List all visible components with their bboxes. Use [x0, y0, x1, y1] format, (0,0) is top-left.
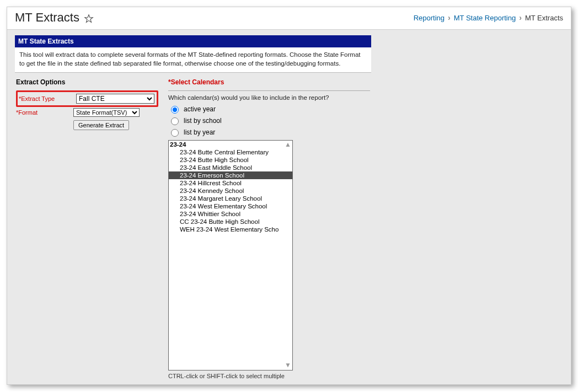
scroll-down-icon[interactable]: ▼ [284, 362, 292, 369]
extract-type-select[interactable]: Fall CTE [76, 94, 154, 104]
radio-list-by-school-label: list by school [184, 117, 222, 125]
list-item[interactable]: WEH 23-24 West Elementary Scho [169, 225, 292, 233]
breadcrumb-mt-state-reporting[interactable]: MT State Reporting [454, 14, 516, 22]
radio-list-by-year-label: list by year [184, 128, 215, 136]
extract-type-label: Extract Type [21, 95, 55, 102]
multiselect-hint: CTRL-click or SHIFT-click to select mult… [168, 373, 370, 379]
panel-description: This tool will extract data to complete … [15, 47, 371, 73]
list-item[interactable]: 23-24 Hillcrest School [169, 179, 292, 187]
radio-active-year-label: active year [184, 105, 216, 113]
extract-type-highlight: *Extract Type Fall CTE [16, 90, 158, 107]
list-item[interactable]: CC 23-24 Butte High School [169, 218, 292, 225]
favorite-star-icon[interactable] [84, 13, 94, 23]
breadcrumb: Reporting › MT State Reporting › MT Extr… [414, 13, 563, 22]
page-header: MT Extracts Reporting › MT State Reporti… [7, 7, 571, 30]
calendar-prompt: Which calendar(s) would you like to incl… [168, 94, 370, 101]
page-title-text: MT Extracts [15, 10, 79, 25]
divider [168, 90, 370, 91]
list-item[interactable]: 23-24 Kennedy School [169, 187, 292, 195]
svg-marker-0 [85, 15, 93, 23]
list-item[interactable]: 23-24 Butte High School [169, 156, 292, 164]
list-item[interactable]: 23-24 Whittier School [169, 210, 292, 218]
app-frame: MT Extracts Reporting › MT State Reporti… [7, 7, 571, 385]
list-item[interactable]: 23-24 East Middle School [169, 164, 292, 171]
radio-list-by-year[interactable] [171, 129, 179, 137]
radio-list-by-school[interactable] [171, 117, 179, 125]
panel-title: MT State Extracts [15, 35, 371, 47]
list-item[interactable]: 23-24 Emerson School [169, 171, 292, 179]
generate-extract-button[interactable]: Generate Extract [73, 120, 129, 130]
format-label: Format [18, 109, 38, 116]
list-group-header[interactable]: 23-24 [169, 141, 292, 148]
list-item[interactable]: 23-24 Margaret Leary School [169, 195, 292, 202]
chevron-right-icon: › [448, 13, 451, 22]
content-panel: MT State Extracts This tool will extract… [15, 35, 371, 379]
page-title: MT Extracts [15, 10, 94, 25]
chevron-right-icon: › [519, 13, 522, 22]
extract-options-column: Extract Options *Extract Type Fall CTE *… [16, 76, 158, 130]
radio-active-year[interactable] [171, 106, 179, 114]
format-select[interactable]: State Format(TSV) [73, 108, 140, 117]
list-item[interactable]: 23-24 Butte Central Elementary [169, 148, 292, 156]
breadcrumb-reporting[interactable]: Reporting [414, 14, 445, 22]
extract-options-title: Extract Options [16, 78, 158, 86]
list-item[interactable]: 23-24 West Elementary School [169, 202, 292, 210]
calendar-listbox[interactable]: ▲ 23-2423-24 Butte Central Elementary23-… [168, 140, 293, 370]
select-calendars-column: *Select Calendars Which calendar(s) woul… [168, 76, 370, 379]
breadcrumb-current: MT Extracts [525, 14, 563, 22]
form-area: Extract Options *Extract Type Fall CTE *… [15, 73, 371, 379]
scroll-up-icon[interactable]: ▲ [284, 141, 292, 149]
select-calendars-title: Select Calendars [171, 78, 224, 86]
